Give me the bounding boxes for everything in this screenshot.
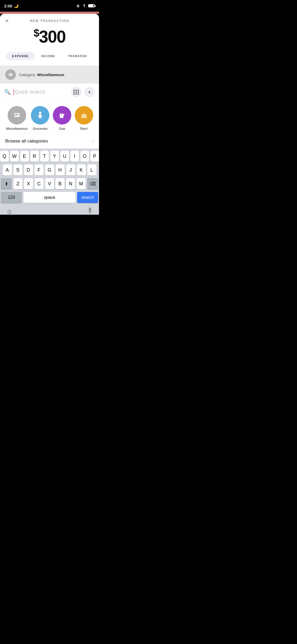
category-icon-misc [5, 69, 16, 80]
recent-categories: Miscellaneous Groceries [0, 101, 99, 133]
svg-rect-0 [9, 73, 12, 76]
chevron-down-icon: ▾ [88, 90, 91, 95]
key-y[interactable]: Y [50, 151, 59, 162]
airplane-icon [76, 4, 80, 8]
backspace-key[interactable]: ⌫ [87, 178, 98, 189]
keyboard-row-4: 123 space search [1, 192, 98, 203]
keyboard: Q W E R T Y U I O P A S D F G H J K L ⬆ … [0, 149, 99, 215]
chevron-right-icon: › [92, 138, 94, 144]
key-v[interactable]: V [45, 178, 54, 189]
svg-point-5 [39, 112, 41, 114]
key-z[interactable]: Z [13, 178, 22, 189]
key-m[interactable]: M [77, 178, 86, 189]
key-j[interactable]: J [66, 164, 75, 176]
key-n[interactable]: N [66, 178, 75, 189]
svg-rect-4 [15, 115, 18, 116]
svg-rect-2 [14, 113, 19, 117]
time-display: 2:06 [4, 4, 12, 8]
key-d[interactable]: D [24, 164, 33, 176]
key-k[interactable]: K [77, 164, 86, 176]
category-item-misc[interactable]: Miscellaneous [6, 106, 27, 131]
gas-label: Gas [59, 127, 65, 131]
search-icon: 🔍 [4, 89, 11, 95]
key-r[interactable]: R [30, 151, 39, 162]
key-x[interactable]: X [24, 178, 33, 189]
key-i[interactable]: I [70, 151, 79, 162]
amount-section: $300 [0, 23, 99, 52]
emoji-button[interactable]: ☺ [6, 208, 13, 215]
key-o[interactable]: O [81, 151, 89, 162]
search-bar[interactable]: 🔍 Quick search ▾ [0, 84, 99, 101]
key-f[interactable]: F [35, 164, 44, 176]
transaction-card: × NEW TRANSACTION $300 EXPENSE INCOME TR… [0, 14, 99, 149]
key-q[interactable]: Q [0, 151, 9, 162]
svg-rect-11 [81, 117, 86, 118]
microphone-button[interactable] [87, 207, 93, 215]
moon-icon: 🌙 [14, 3, 19, 8]
rent-label: Rent [80, 127, 87, 131]
search-input[interactable]: Quick search [13, 89, 68, 95]
key-h[interactable]: H [56, 164, 65, 176]
browse-all-text: Browse all categories [5, 139, 48, 144]
keyboard-row-2: A S D F G H J K L [1, 164, 98, 176]
space-key[interactable]: space [23, 192, 76, 203]
transaction-type-tabs: EXPENSE INCOME TRANSFER [0, 52, 99, 66]
category-row[interactable]: Category: Miscellaneous [0, 66, 99, 84]
battery-icon [88, 4, 95, 7]
rent-icon [75, 106, 93, 125]
numbers-key[interactable]: 123 [1, 192, 22, 203]
key-b[interactable]: B [55, 178, 64, 189]
search-key[interactable]: search [77, 192, 98, 203]
cursor [13, 89, 14, 95]
key-l[interactable]: L [87, 164, 96, 176]
category-item-rent[interactable]: Rent [75, 106, 93, 131]
misc-label: Miscellaneous [6, 127, 27, 131]
groceries-icon [31, 106, 49, 125]
grid-view-button[interactable] [71, 87, 82, 97]
wifi-icon [82, 4, 87, 8]
card-header: × NEW TRANSACTION [0, 14, 99, 23]
svg-rect-10 [60, 114, 63, 114]
shift-key[interactable]: ⬆ [1, 178, 12, 189]
amount-display: $300 [5, 27, 94, 47]
gas-icon [53, 106, 71, 125]
background-peek [0, 12, 99, 14]
tab-transfer[interactable]: TRANSFER [62, 52, 93, 60]
keyboard-row-1: Q W E R T Y U I O P [1, 151, 98, 162]
tab-expense[interactable]: EXPENSE [6, 52, 35, 60]
svg-rect-12 [82, 115, 82, 117]
misc-icon [8, 106, 26, 125]
svg-rect-13 [83, 115, 84, 117]
close-button[interactable]: × [5, 18, 9, 24]
key-u[interactable]: U [60, 151, 69, 162]
key-w[interactable]: W [10, 151, 19, 162]
svg-rect-3 [15, 114, 19, 115]
svg-rect-14 [84, 115, 85, 117]
svg-rect-17 [89, 208, 91, 211]
keyboard-row-3: ⬆ Z X C V B N M ⌫ [1, 178, 98, 189]
key-a[interactable]: A [3, 164, 12, 176]
currency-symbol: $ [34, 27, 39, 39]
key-c[interactable]: C [35, 178, 44, 189]
groceries-label: Groceries [33, 127, 48, 131]
svg-rect-15 [86, 115, 86, 117]
status-time-section: 2:06 🌙 [4, 3, 19, 8]
search-placeholder: Quick search [15, 89, 45, 95]
category-item-groceries[interactable]: Groceries [31, 106, 49, 131]
svg-rect-1 [9, 74, 12, 75]
key-p[interactable]: P [91, 151, 99, 162]
key-e[interactable]: E [20, 151, 29, 162]
category-item-gas[interactable]: Gas [53, 106, 71, 131]
keyboard-toolbar: ☺ [1, 206, 98, 215]
key-g[interactable]: G [45, 164, 54, 176]
tab-income[interactable]: INCOME [35, 52, 62, 60]
status-icons [76, 4, 95, 8]
amount-value: 300 [39, 27, 65, 46]
key-t[interactable]: T [40, 151, 49, 162]
status-bar: 2:06 🌙 [0, 0, 99, 12]
browse-all-button[interactable]: Browse all categories › [0, 133, 99, 149]
card-title: NEW TRANSACTION [30, 19, 69, 23]
key-s[interactable]: S [13, 164, 22, 176]
dropdown-button[interactable]: ▾ [84, 87, 95, 97]
grid-icon [73, 90, 79, 95]
